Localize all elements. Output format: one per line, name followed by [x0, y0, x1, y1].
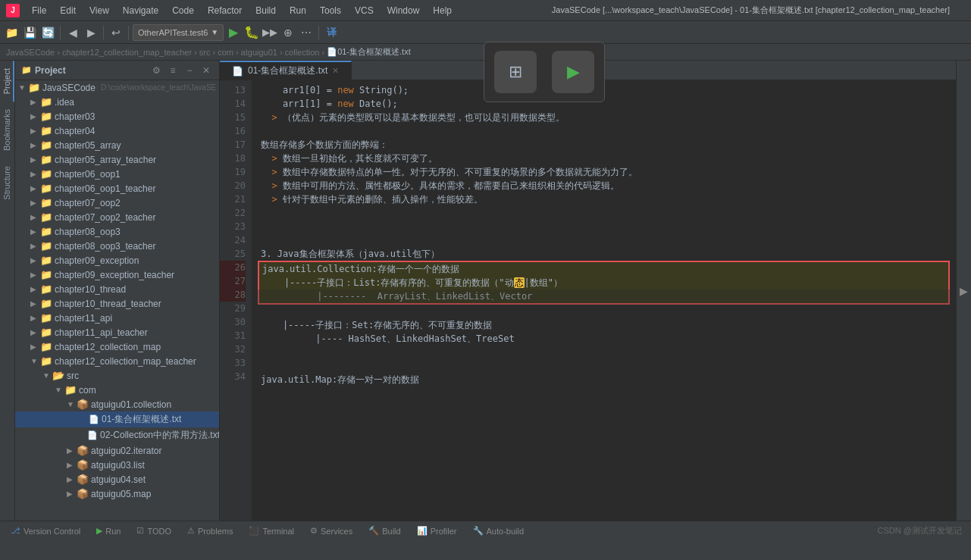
side-tab-project[interactable]: Project [0, 61, 14, 102]
tree-chapter11-api-teacher[interactable]: ▶ 📁 chapter11_api_teacher [15, 325, 219, 339]
breadcrumb-file[interactable]: 01-集合框架概述.txt [337, 46, 411, 58]
tree-chapter05-array[interactable]: ▶ 📁 chapter05_array [15, 138, 219, 152]
toolbar-undo-btn[interactable]: ↩ [108, 24, 124, 41]
code-line-18: > 数组一旦初始化，其长度就不可变了。 [258, 152, 950, 165]
overlay-btn-grid[interactable]: ⊞ [494, 51, 537, 93]
menu-navigate[interactable]: Navigate [117, 4, 164, 17]
menu-build[interactable]: Build [249, 4, 282, 17]
bottom-tab-services[interactable]: ⚙ Services [302, 521, 360, 540]
menu-vcs[interactable]: VCS [349, 4, 380, 17]
bottom-tab-terminal[interactable]: ⬛ Terminal [241, 521, 302, 540]
tree-atguigu04-set[interactable]: ▶ 📦 atguigu04.set [15, 472, 219, 486]
bottom-tab-problems[interactable]: ⚠ Problems [180, 521, 240, 540]
tree-chapter09-exception-teacher[interactable]: ▶ 📁 chapter09_exception_teacher [15, 267, 219, 282]
breadcrumb-atguigu01[interactable]: atguigu01 [241, 48, 277, 57]
project-settings-icon[interactable]: ⚙ [149, 64, 163, 77]
menu-refactor[interactable]: Refactor [202, 4, 248, 17]
menu-tools[interactable]: Tools [314, 4, 347, 17]
main-area: Project Bookmarks Structure 📁 Project ⚙ … [0, 61, 971, 521]
breadcrumb-collection[interactable]: collection [285, 48, 320, 57]
menu-run[interactable]: Run [283, 4, 312, 17]
tree-file-02[interactable]: ▶ 📄 02-Collection中的常用方法.txt [15, 427, 219, 443]
tree-idea[interactable]: ▶ 📁 .idea [15, 95, 219, 109]
tree-chapter07-oop2[interactable]: ▶ 📁 chapter07_oop2 [15, 196, 219, 210]
tree-chapter06-oop1-teacher[interactable]: ▶ 📁 chapter06_oop1_teacher [15, 181, 219, 196]
project-expand-icon[interactable]: ≡ [166, 64, 180, 77]
code-content[interactable]: arr1[0] = new String(); arr1[1] = new Da… [252, 80, 956, 521]
more-btn[interactable]: ⋯ [298, 24, 315, 41]
tree-chapter09-exception[interactable]: ▶ 📁 chapter09_exception [15, 253, 219, 267]
auto-build-label: Auto-build [487, 527, 525, 536]
toolbar-save-btn[interactable]: 💾 [21, 24, 38, 41]
project-collapse-icon[interactable]: − [183, 64, 196, 77]
tree-chapter10-thread-teacher[interactable]: ▶ 📁 chapter10_thread_teacher [15, 296, 219, 311]
code-line-21: > 针对于数组中元素的删除、插入操作，性能较差。 [258, 192, 950, 206]
toolbar-sync-btn[interactable]: 🔄 [39, 24, 56, 41]
tree-root-javasecode[interactable]: ▼ 📁 JavaSECode D:\code\workspace_teach\J… [15, 80, 219, 95]
tab-file-icon: 📄 [232, 66, 243, 77]
tree-atguigu05-map[interactable]: ▶ 📦 atguigu05.map [15, 486, 219, 501]
breadcrumb-com[interactable]: com [218, 48, 233, 57]
code-line-15: > （优点）元素的类型既可以是基本数据类型，也可以是引用数据类型。 [258, 111, 950, 124]
menu-help[interactable]: Help [427, 4, 458, 17]
code-editor[interactable]: 13 14 15 16 17 18 19 20 21 22 23 24 25 2… [220, 80, 956, 521]
run-config-combo[interactable]: OtherAPITest.test6 ▼ [133, 24, 224, 41]
app-logo: J [6, 4, 20, 17]
right-panel-arrow[interactable]: ▶ [956, 61, 971, 521]
tree-src[interactable]: ▼ 📂 src [15, 368, 219, 383]
profile-btn[interactable]: ⊕ [280, 24, 296, 41]
tree-chapter12-teacher[interactable]: ▼ 📁 chapter12_collection_map_teacher [15, 354, 219, 368]
tree-chapter12-collection-map[interactable]: ▶ 📁 chapter12_collection_map [15, 339, 219, 354]
tree-chapter10-thread[interactable]: ▶ 📁 chapter10_thread [15, 282, 219, 296]
run-btn[interactable]: ▶ [225, 24, 242, 41]
tree-chapter04[interactable]: ▶ 📁 chapter04 [15, 124, 219, 138]
breadcrumb-src[interactable]: src [199, 48, 211, 57]
tree-chapter03[interactable]: ▶ 📁 chapter03 [15, 109, 219, 124]
bottom-tab-profiler[interactable]: 📊 Profiler [409, 521, 465, 540]
tree-chapter06-oop1[interactable]: ▶ 📁 chapter06_oop1 [15, 167, 219, 181]
menu-view[interactable]: View [83, 4, 115, 17]
menu-window[interactable]: Window [381, 4, 426, 17]
overlay-btn-play[interactable]: ▶ [552, 51, 594, 93]
translate-btn[interactable]: 译 [323, 24, 340, 41]
debug-btn[interactable]: 🐛 [243, 24, 260, 41]
bottom-tab-version-control[interactable]: ⎇ Version Control [3, 521, 88, 540]
bottom-tab-auto-build[interactable]: 🔧 Auto-build [465, 521, 532, 540]
run-config-label: OtherAPITest.test6 [138, 28, 208, 37]
project-close-icon[interactable]: ✕ [199, 64, 213, 77]
bottom-tab-run[interactable]: ▶ Run [89, 521, 128, 540]
menu-code[interactable]: Code [166, 4, 200, 17]
bottom-tab-todo[interactable]: ☑ TODO [129, 521, 179, 540]
tree-file-01[interactable]: ▶ 📄 01-集合框架概述.txt [15, 411, 219, 427]
code-line-30: |-----子接口：Set:存储无序的、不可重复的数据 [258, 318, 950, 332]
tree-chapter05-array-teacher[interactable]: ▶ 📁 chapter05_array_teacher [15, 152, 219, 167]
side-tab-structure[interactable]: Structure [0, 158, 14, 208]
editor-tab-file[interactable]: 📄 01-集合框架概述.txt ✕ [220, 61, 352, 80]
breadcrumb-javasecode[interactable]: JavaSECode [6, 48, 55, 57]
tree-atguigu03-list[interactable]: ▶ 📦 atguigu03.list [15, 458, 219, 472]
terminal-icon: ⬛ [249, 526, 259, 536]
toolbar-forward-btn[interactable]: ▶ [83, 24, 99, 41]
tree-com[interactable]: ▼ 📁 com [15, 383, 219, 397]
tree-chapter11-api[interactable]: ▶ 📁 chapter11_api [15, 311, 219, 325]
side-tab-bookmarks[interactable]: Bookmarks [0, 102, 14, 158]
tree-atguigu02-iterator[interactable]: ▶ 📦 atguigu02.iterator [15, 443, 219, 458]
tree-chapter08-oop3-teacher[interactable]: ▶ 📁 chapter08_oop3_teacher [15, 239, 219, 253]
toolbar: 📁 💾 🔄 ◀ ▶ ↩ OtherAPITest.test6 ▼ ▶ 🐛 ▶▶ … [0, 21, 971, 44]
bottom-tab-build[interactable]: 🔨 Build [361, 521, 408, 540]
terminal-label: Terminal [262, 527, 294, 536]
tab-close-icon[interactable]: ✕ [332, 66, 339, 76]
code-line-32 [258, 346, 950, 359]
tree-chapter08-oop3[interactable]: ▶ 📁 chapter08_oop3 [15, 224, 219, 239]
toolbar-back-btn[interactable]: ◀ [64, 24, 81, 41]
breadcrumb-chapter[interactable]: chapter12_collection_map_teacher [62, 48, 192, 57]
menu-edit[interactable]: Edit [54, 4, 82, 17]
code-line-23 [258, 220, 950, 233]
code-line-25: 3. Java集合框架体系（java.util包下） [258, 247, 950, 261]
menu-file[interactable]: File [26, 4, 52, 17]
tree-atguigu01-collection[interactable]: ▼ 📦 atguigu01.collection [15, 397, 219, 411]
run-icon: ▶ [96, 526, 102, 536]
toolbar-open-btn[interactable]: 📁 [3, 24, 20, 41]
coverage-btn[interactable]: ▶▶ [262, 24, 278, 41]
tree-chapter07-oop2-teacher[interactable]: ▶ 📁 chapter07_oop2_teacher [15, 210, 219, 224]
